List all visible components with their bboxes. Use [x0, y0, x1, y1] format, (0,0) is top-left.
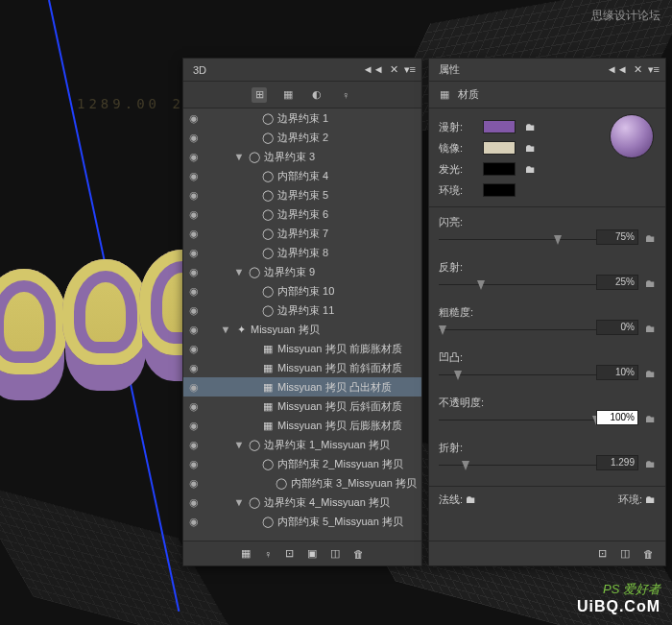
tree-row[interactable]: ◉◯内部约束 4	[183, 166, 421, 185]
tree-row[interactable]: ◉▼◯边界约束 9	[183, 262, 421, 281]
slider-thumb[interactable]	[439, 325, 446, 335]
tree-row[interactable]: ◉▦Missyuan 拷贝 后斜面材质	[183, 397, 421, 416]
3d-text-object[interactable]	[0, 250, 202, 422]
slider-track[interactable]: 0%🖿	[439, 324, 656, 337]
slider-value[interactable]: 0%	[596, 320, 638, 335]
visibility-icon[interactable]: ◉	[187, 285, 201, 298]
tree-row[interactable]: ◉▼◯边界约束 3	[183, 147, 421, 166]
visibility-icon[interactable]: ◉	[187, 477, 201, 490]
glow-swatch[interactable]	[483, 162, 516, 176]
trash-icon[interactable]: 🗑	[353, 548, 364, 560]
visibility-icon[interactable]: ◉	[187, 362, 201, 374]
tree-row[interactable]: ◉◯内部约束 10	[183, 281, 421, 300]
visibility-icon[interactable]: ◉	[187, 247, 201, 259]
visibility-icon[interactable]: ◉	[187, 324, 201, 336]
filter-scene-icon[interactable]: ⊞	[252, 87, 267, 103]
tree-row[interactable]: ◉▦Missyuan 拷贝 凸出材质	[183, 377, 421, 397]
visibility-icon[interactable]: ◉	[187, 400, 201, 413]
slider-value[interactable]: 10%	[596, 365, 638, 380]
slider-thumb[interactable]	[454, 371, 462, 380]
close-icon[interactable]: ✕	[634, 63, 642, 76]
visibility-icon[interactable]: ◉	[187, 151, 201, 163]
visibility-icon[interactable]: ◉	[187, 112, 201, 125]
tree-row[interactable]: ◉▦Missyuan 拷贝 前膨胀材质	[183, 339, 421, 358]
folder-icon[interactable]: 🖿	[525, 121, 536, 132]
scene-tree[interactable]: ◉◯边界约束 1◉◯边界约束 2◉▼◯边界约束 3◉◯内部约束 4◉◯边界约束 …	[183, 108, 421, 548]
new-icon[interactable]: ◫	[620, 547, 630, 560]
new-icon[interactable]: ◫	[330, 547, 340, 560]
tree-row[interactable]: ◉◯内部约束 5_Missyuan 拷贝	[183, 512, 421, 531]
slider-value[interactable]: 1.299	[596, 455, 638, 470]
visibility-icon[interactable]: ◉	[187, 458, 201, 470]
close-icon[interactable]: ✕	[390, 63, 398, 76]
slider-thumb[interactable]	[462, 461, 469, 470]
disclosure-icon[interactable]: ▼	[233, 151, 245, 162]
ambient-swatch[interactable]	[483, 183, 516, 197]
slider-thumb[interactable]	[477, 280, 485, 290]
visibility-icon[interactable]: ◉	[187, 381, 201, 394]
visibility-icon[interactable]: ◉	[187, 132, 201, 144]
visibility-icon[interactable]: ◉	[187, 170, 201, 182]
camera-icon[interactable]: ▣	[307, 547, 317, 560]
slider-value[interactable]: 75%	[596, 229, 638, 245]
tree-row[interactable]: ◉▼◯边界约束 4_Missyuan 拷贝	[183, 493, 421, 512]
slider-value[interactable]: 25%	[596, 275, 638, 290]
folder-icon[interactable]: 🖿	[466, 493, 476, 505]
folder-icon[interactable]: 🖿	[645, 277, 656, 289]
disclosure-icon[interactable]: ▼	[233, 496, 245, 508]
folder-icon[interactable]: 🖿	[525, 142, 536, 154]
filter-light-icon[interactable]: ♀	[338, 87, 353, 103]
slider-track[interactable]: 25%🖿	[439, 278, 656, 292]
slider-track[interactable]: 100%🖿	[439, 414, 656, 427]
folder-icon[interactable]: 🖿	[645, 323, 656, 334]
folder-icon[interactable]: 🖿	[645, 493, 656, 505]
tree-row[interactable]: ◉◯边界约束 11	[183, 300, 421, 320]
visibility-icon[interactable]: ◉	[187, 496, 201, 509]
menu-icon[interactable]: ▾≡	[404, 63, 416, 76]
material-preview[interactable]	[610, 114, 654, 158]
folder-icon[interactable]: 🖿	[645, 413, 656, 424]
tree-row[interactable]: ◉◯边界约束 2	[183, 128, 421, 147]
menu-icon[interactable]: ▾≡	[648, 63, 660, 76]
visibility-icon[interactable]: ◉	[187, 266, 201, 278]
tree-row[interactable]: ◉▦Missyuan 拷贝 后膨胀材质	[183, 416, 421, 435]
tree-row[interactable]: ◉▼✦Missyuan 拷贝	[183, 320, 421, 339]
disclosure-icon[interactable]: ▼	[220, 324, 231, 335]
pin-icon[interactable]: ⊡	[598, 547, 607, 560]
visibility-icon[interactable]: ◉	[187, 439, 201, 451]
visibility-icon[interactable]: ◉	[187, 189, 201, 202]
tree-row[interactable]: ◉◯内部约束 3_Missyuan 拷贝	[183, 473, 421, 493]
tree-row[interactable]: ◉▦Missyuan 拷贝 前斜面材质	[183, 358, 421, 377]
visibility-icon[interactable]: ◉	[187, 516, 201, 528]
slider-thumb[interactable]	[554, 235, 562, 245]
tree-row[interactable]: ◉◯边界约束 7	[183, 224, 421, 243]
visibility-icon[interactable]: ◉	[187, 304, 201, 317]
slider-track[interactable]: 1.299🖿	[439, 459, 656, 472]
add-icon[interactable]: ⊡	[285, 547, 294, 560]
tree-row[interactable]: ◉▼◯边界约束 1_Missyuan 拷贝	[183, 435, 421, 454]
visibility-icon[interactable]: ◉	[187, 228, 201, 240]
collapse-icon[interactable]: ◄◄	[607, 63, 628, 76]
tree-row[interactable]: ◉◯边界约束 8	[183, 243, 421, 262]
visibility-icon[interactable]: ◉	[187, 420, 201, 432]
slider-value[interactable]: 100%	[596, 410, 638, 425]
slider-track[interactable]: 10%🖿	[439, 369, 656, 382]
diffuse-swatch[interactable]	[483, 120, 516, 133]
slider-track[interactable]: 75%🖿	[439, 233, 656, 247]
visibility-icon[interactable]: ◉	[187, 343, 201, 355]
collapse-icon[interactable]: ◄◄	[363, 63, 384, 76]
tree-row[interactable]: ◉◯边界约束 1	[183, 108, 421, 128]
trash-icon[interactable]: 🗑	[643, 548, 654, 560]
disclosure-icon[interactable]: ▼	[233, 266, 245, 277]
panel-header[interactable]: 3D ◄◄ ✕ ▾≡	[183, 59, 421, 82]
material-tab-icon[interactable]: ▦	[437, 87, 452, 103]
light-icon[interactable]: ♀	[264, 548, 272, 560]
tree-row[interactable]: ◉◯边界约束 6	[183, 204, 421, 224]
tree-row[interactable]: ◉◯内部约束 2_Missyuan 拷贝	[183, 454, 421, 473]
visibility-icon[interactable]: ◉	[187, 208, 201, 221]
render-icon[interactable]: ▦	[241, 547, 251, 560]
panel-header[interactable]: 属性 ◄◄ ✕ ▾≡	[429, 59, 665, 82]
tree-row[interactable]: ◉◯边界约束 5	[183, 185, 421, 204]
specular-swatch[interactable]	[483, 141, 516, 155]
folder-icon[interactable]: 🖿	[645, 232, 656, 244]
